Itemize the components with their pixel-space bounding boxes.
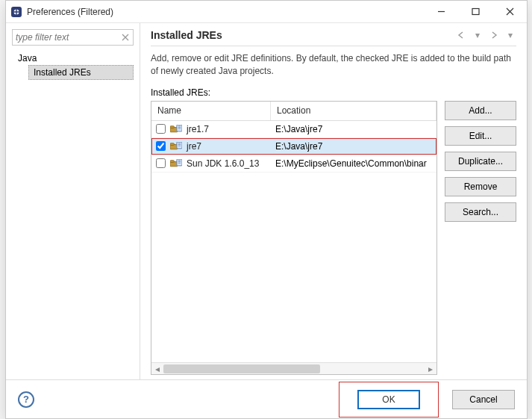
search-button[interactable]: Search... [445,202,516,222]
main-panel: Installed JREs ▾ ▾ Add, remove or edit J… [140,23,527,379]
table-area: Name Location jre1.7E:\Java\jre7jre7E:\J… [151,101,516,375]
svg-rect-4 [170,126,174,128]
cancel-button[interactable]: Cancel [452,390,515,409]
nav-fwd-icon[interactable] [488,29,500,41]
table-body: jre1.7E:\Java\jre7jre7E:\Java\jre7Sun JD… [151,121,436,362]
table-row[interactable]: jre1.7E:\Java\jre7 [151,121,436,138]
sidebar: Java Installed JREs [6,23,140,379]
close-button[interactable] [492,1,527,22]
scroll-track[interactable] [163,363,425,374]
cell-location: E:\Java\jre7 [271,141,436,152]
preferences-window: Preferences (Filtered) Java [5,0,528,419]
svg-rect-2 [472,9,479,15]
window-title: Preferences (Filtered) [27,7,424,17]
cell-name: Sun JDK 1.6.0_13 [151,158,271,169]
tree-node-java[interactable]: Java [15,52,134,65]
filter-wrap [12,29,134,46]
table-header: Name Location [151,102,436,121]
nav-back-menu-icon[interactable]: ▾ [472,29,484,41]
nav-arrows: ▾ ▾ [455,29,516,41]
main-header: Installed JREs ▾ ▾ [151,29,516,46]
tree-node-installed-jres[interactable]: Installed JREs [28,65,134,80]
cell-name: jre7 [151,141,271,152]
jre-icon [170,159,182,168]
jre-name: jre1.7 [187,124,209,134]
scroll-left-icon[interactable]: ◂ [151,363,163,374]
table-row[interactable]: jre7E:\Java\jre7 [151,138,436,155]
duplicate-button[interactable]: Duplicate... [445,152,516,171]
page-description: Add, remove or edit JRE definitions. By … [151,52,516,78]
svg-rect-11 [177,159,182,166]
dialog-footer: ? OK Cancel [6,379,527,418]
ok-button[interactable]: OK [357,390,420,409]
svg-rect-8 [177,142,182,149]
maximize-button[interactable] [458,1,492,22]
jre-icon [170,142,182,151]
cell-location: E:\MyEclipse\Genuitec\Common\binar [271,158,436,169]
svg-rect-5 [177,125,182,131]
app-icon [10,6,22,18]
svg-rect-10 [170,161,174,163]
jre-checkbox[interactable] [156,124,166,134]
filter-input[interactable] [12,29,134,46]
jre-name: jre7 [187,141,201,152]
minimize-button[interactable] [424,1,458,22]
nav-fwd-menu-icon[interactable]: ▾ [504,29,516,41]
column-name[interactable]: Name [151,102,271,120]
scroll-right-icon[interactable]: ▸ [425,363,436,374]
add-button[interactable]: Add... [445,101,516,120]
jre-action-buttons: Add... Edit... Duplicate... Remove Searc… [445,101,516,375]
dialog-body: Java Installed JREs Installed JREs ▾ ▾ [6,23,527,379]
ok-highlight-box: OK [339,382,439,418]
preference-tree: Java Installed JREs [12,52,134,80]
scroll-thumb[interactable] [163,364,320,373]
help-icon[interactable]: ? [18,391,34,408]
titlebar: Preferences (Filtered) [6,1,527,23]
jre-checkbox[interactable] [156,158,166,168]
remove-button[interactable]: Remove [445,177,516,196]
svg-rect-7 [170,143,174,146]
page-title: Installed JREs [151,29,455,41]
jre-name: Sun JDK 1.6.0_13 [187,158,259,169]
installed-jres-table: Name Location jre1.7E:\Java\jre7jre7E:\J… [151,101,437,375]
jre-checkbox[interactable] [156,141,166,151]
table-h-scrollbar[interactable]: ◂ ▸ [151,362,436,374]
table-row[interactable]: Sun JDK 1.6.0_13E:\MyEclipse\Genuitec\Co… [151,155,436,173]
column-location[interactable]: Location [271,102,436,120]
cell-name: jre1.7 [151,124,271,134]
cell-location: E:\Java\jre7 [271,124,436,134]
clear-filter-icon[interactable] [119,31,131,43]
edit-button[interactable]: Edit... [445,126,516,146]
jre-icon [170,125,182,134]
nav-back-icon[interactable] [455,29,467,41]
window-buttons [424,1,527,22]
jre-list-label: Installed JREs: [151,87,516,98]
